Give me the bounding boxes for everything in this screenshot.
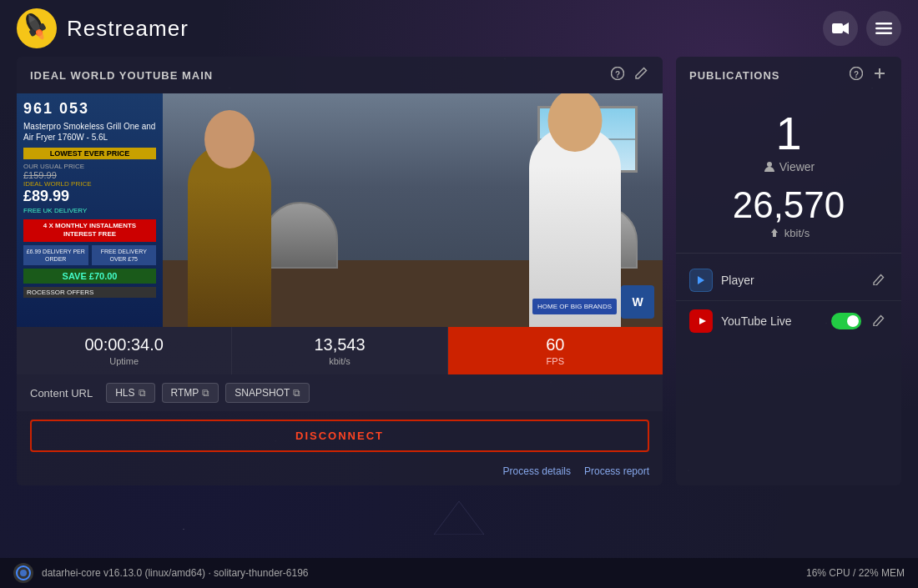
snapshot-label: SNAPSHOT xyxy=(235,387,290,399)
copy-icon-snapshot: ⧉ xyxy=(293,387,300,399)
youtube-edit-button[interactable] xyxy=(870,313,888,330)
upload-icon xyxy=(768,229,781,239)
kbits-label: kbit/s xyxy=(240,356,438,366)
publications-help-button[interactable]: ? xyxy=(848,65,865,85)
delivery-row: £6.99 DELIVERY PER ORDER FREE DELIVERY O… xyxy=(23,245,156,265)
person-right xyxy=(529,127,621,327)
rtmp-label: RTMP xyxy=(171,387,199,399)
svg-marker-24 xyxy=(434,501,484,535)
price-section: LOWEST EVER PRICE OUR USUAL PRICE £159.9… xyxy=(23,148,156,214)
process-links: Process details Process report xyxy=(17,460,663,485)
svg-marker-23 xyxy=(699,318,706,324)
svg-marker-9 xyxy=(843,23,849,34)
panel-header-icons: ? xyxy=(609,65,649,85)
svg-rect-21 xyxy=(773,233,776,237)
hls-button[interactable]: HLS ⧉ xyxy=(106,383,154,403)
usual-price-label: OUR USUAL PRICE xyxy=(23,163,156,170)
publication-items: Player YouTube Live xyxy=(676,254,901,348)
publications-panel: PUBLICATIONS ? 1 xyxy=(676,57,901,485)
stream-edit-button[interactable] xyxy=(633,65,649,85)
fps-value: 60 xyxy=(456,335,654,354)
youtube-toggle[interactable] xyxy=(831,313,861,329)
person-left xyxy=(188,143,271,327)
svg-point-27 xyxy=(20,570,27,576)
video-preview: 961 053 Masterpro Smokeless Grill One an… xyxy=(17,93,663,327)
person-icon xyxy=(763,160,776,173)
camera-button[interactable] xyxy=(823,11,858,46)
video-overlay: 961 053 Masterpro Smokeless Grill One an… xyxy=(17,93,663,327)
publications-kbits-value: 26,570 xyxy=(689,187,888,224)
content-url-row: Content URL HLS ⧉ RTMP ⧉ SNAPSHOT ⧉ xyxy=(17,374,663,411)
process-report-link[interactable]: Process report xyxy=(584,465,649,477)
player-publication-name: Player xyxy=(721,274,861,287)
youtube-play-icon xyxy=(695,317,707,325)
home-brands-badge: HOME OF BIG BRANDS xyxy=(532,299,617,314)
ideal-price: £89.99 xyxy=(23,188,156,205)
viewer-count: 1 xyxy=(689,110,888,157)
video-main: W HOME OF BIG BRANDS xyxy=(163,93,663,327)
app-title: Restreamer xyxy=(67,16,189,42)
snapshot-button[interactable]: SNAPSHOT ⧉ xyxy=(225,383,310,403)
installments-banner: 4 X MONTHLY INSTALMENTS INTEREST FREE xyxy=(23,219,156,242)
header-left: Restreamer xyxy=(17,8,189,48)
footer-logo xyxy=(13,563,33,583)
shopping-overlay: 961 053 Masterpro Smokeless Grill One an… xyxy=(17,93,163,327)
publications-add-button[interactable] xyxy=(871,65,888,85)
uptime-value: 00:00:34.0 xyxy=(25,335,223,354)
rtmp-button[interactable]: RTMP ⧉ xyxy=(162,383,219,403)
app-footer: datarhei-core v16.13.0 (linux/amd64) · s… xyxy=(0,558,918,588)
app-logo xyxy=(17,8,57,48)
footer-system-info: datarhei-core v16.13.0 (linux/amd64) · s… xyxy=(42,567,309,579)
footer-left: datarhei-core v16.13.0 (linux/amd64) · s… xyxy=(13,563,309,583)
delivery-box-1: £6.99 DELIVERY PER ORDER xyxy=(23,245,88,265)
svg-point-19 xyxy=(767,162,772,167)
publication-youtube: YouTube Live xyxy=(676,301,901,341)
svg-marker-22 xyxy=(698,276,704,284)
uptime-label: Uptime xyxy=(25,356,223,366)
kbits-value: 13,543 xyxy=(240,335,438,354)
stats-row: 00:00:34.0 Uptime 13,543 kbit/s 60 FPS xyxy=(17,327,663,374)
product-name: Masterpro Smokeless Grill One and Air Fr… xyxy=(23,121,156,143)
main-content: IDEAL WORLD YOUTUBE MAIN ? xyxy=(0,57,918,485)
save-banner: SAVE £70.00 xyxy=(23,269,156,284)
stream-panel-title: IDEAL WORLD YOUTUBE MAIN xyxy=(30,69,213,82)
pub-header-icons: ? xyxy=(848,65,888,85)
stream-help-button[interactable]: ? xyxy=(609,65,626,85)
publications-kbits-label: kbit/s xyxy=(689,227,888,239)
svg-rect-8 xyxy=(832,23,843,33)
player-icon-container xyxy=(689,269,713,292)
svg-marker-20 xyxy=(771,229,778,233)
disconnect-row: DISCONNECT xyxy=(17,411,663,460)
footer-resource-info: 16% CPU / 22% MEM xyxy=(806,567,905,579)
player-edit-button[interactable] xyxy=(870,272,888,289)
youtube-icon-container xyxy=(689,309,713,333)
header-buttons xyxy=(823,11,901,46)
disconnect-button[interactable]: DISCONNECT xyxy=(30,420,649,452)
svg-text:?: ? xyxy=(615,70,620,79)
play-icon xyxy=(695,274,707,286)
lowest-price-banner: LOWEST EVER PRICE xyxy=(23,148,156,159)
kbits-stat: 13,543 kbit/s xyxy=(232,327,447,374)
stream-panel: IDEAL WORLD YOUTUBE MAIN ? xyxy=(17,57,663,485)
product-number: 961 053 xyxy=(23,100,156,118)
publications-header: PUBLICATIONS ? xyxy=(676,57,901,93)
publications-title: PUBLICATIONS xyxy=(689,69,780,82)
decoration xyxy=(434,501,484,538)
menu-button[interactable] xyxy=(866,11,901,46)
viewer-label-text: Viewer xyxy=(779,160,815,173)
viewer-stats: 1 Viewer 26,570 kbit/s xyxy=(676,93,901,254)
process-details-link[interactable]: Process details xyxy=(503,465,571,477)
free-delivery: FREE UK DELIVERY xyxy=(23,207,156,214)
app-header: Restreamer xyxy=(0,0,918,57)
svg-rect-11 xyxy=(875,28,892,30)
copy-icon-rtmp: ⧉ xyxy=(202,387,209,399)
fps-stat: 60 FPS xyxy=(448,327,663,374)
appliance-2 xyxy=(263,202,338,269)
viewer-label: Viewer xyxy=(689,160,888,173)
usual-price: £159.99 xyxy=(23,170,156,180)
ideal-price-label: IDEAL WORLD PRICE xyxy=(23,180,156,188)
copy-icon-hls: ⧉ xyxy=(139,387,146,399)
youtube-publication-name: YouTube Live xyxy=(721,314,823,328)
svg-rect-10 xyxy=(875,23,892,25)
hls-label: HLS xyxy=(115,387,134,399)
